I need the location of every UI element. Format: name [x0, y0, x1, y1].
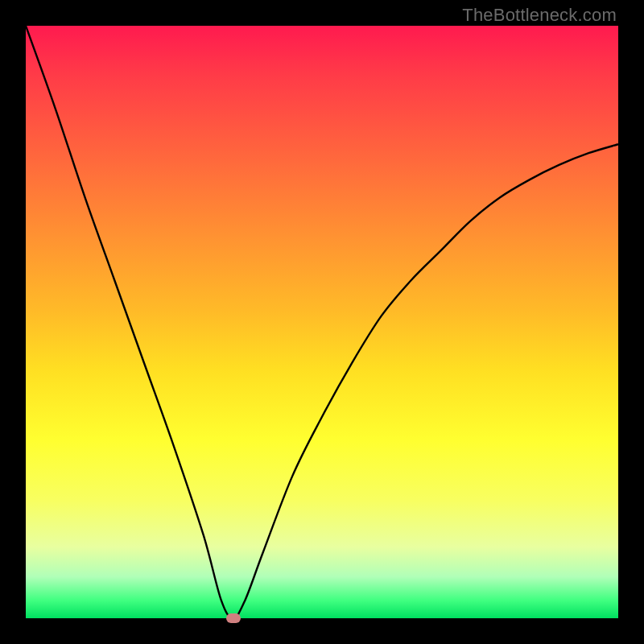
min-marker [226, 613, 241, 623]
bottleneck-curve [26, 26, 618, 618]
attribution-label: TheBottleneck.com [462, 5, 617, 26]
chart-frame: TheBottleneck.com [0, 0, 644, 644]
plot-area [26, 26, 618, 618]
curve-svg [26, 26, 618, 618]
